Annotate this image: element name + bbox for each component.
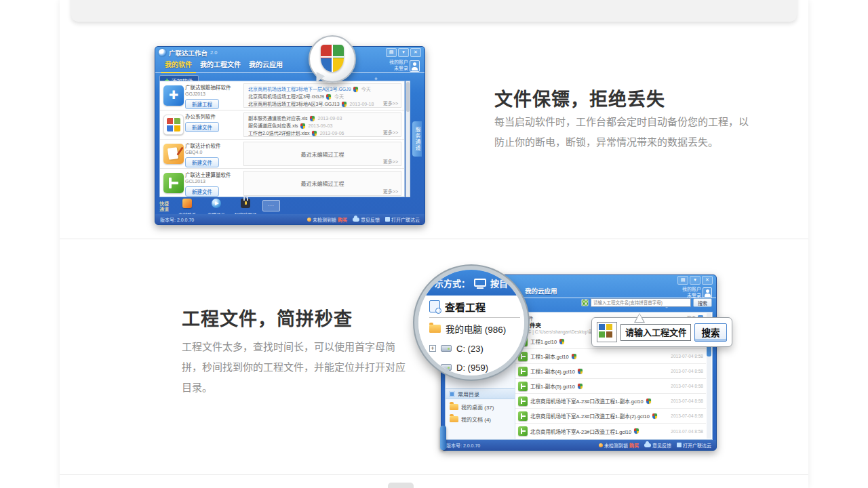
open-cloud-link[interactable]: 打开广联达云 [385,216,420,223]
new-project-button[interactable]: 新建工程 [185,99,219,109]
lock-status[interactable]: 未检测到锁购买 [599,442,639,449]
recent-files-panel: 北京商用机场远场工程3标地下一层A区3号.GGJ9今天 北京商用机场远场工程2区… [243,83,401,108]
dongle-driver-icon[interactable] [241,199,250,208]
shield-icon [578,384,583,389]
skin-button[interactable] [386,48,397,57]
gcl-file-icon [518,367,528,376]
empty-hint: 最近未编辑过工程 [301,150,344,158]
file-row[interactable]: 北京商用机场地下室A-23#口改造工程1-副本.gcl102013-07-04 … [515,394,706,409]
file-row[interactable]: 北京商用机场地下室A-23#口改造工程1.gcl102013-07-04 8:5… [515,424,706,439]
common-directories-header[interactable]: 常用目录 [446,388,515,399]
software-list: 广联达钢筋抽样软件 GGJ2013 新建工程 北京商用机场远场工程3标地下一层A… [159,81,405,197]
sidebar-item-documents[interactable]: 我的文档 (4) [446,413,515,424]
directory-tree-zoom: 查看工程 我的电脑 (986) C: (23) D: (959) [418,296,524,375]
view-projects-item[interactable]: 查看工程 [429,296,520,318]
recent-file[interactable]: 北京商用机场远场工程3标地A区3号.GGJ132013-09-18 [248,100,397,108]
shield-icon [353,87,358,92]
minimize-button[interactable] [690,276,701,285]
magnifier-lens: 示方式： 按目 查看工程 我的电脑 (986) C: (23) D: (959) [414,266,528,380]
scrollbar-thumb[interactable] [406,82,410,112]
sidebar-item-desktop[interactable]: 我的桌面 (37) [446,401,515,412]
shield-icon [312,131,317,136]
lock-status[interactable]: 未检测到锁购买 [307,216,347,223]
account-info[interactable]: 我的账户 未登录 [682,287,701,298]
section-divider-2 [60,474,808,475]
close-button[interactable] [702,276,713,285]
display-mode-value[interactable]: 按目 [490,277,508,289]
new-file-button[interactable]: 新建文件 [185,186,219,197]
gbq-app-icon[interactable] [163,144,184,164]
magnifier-handle [440,426,446,450]
app-name: 广联达土建算量软件 [185,172,241,178]
more-link[interactable]: 更多>> [383,129,398,136]
project-search-input[interactable] [591,298,691,307]
more-link[interactable]: 更多>> [383,188,398,195]
open-cloud-link[interactable]: 打开广联达云 [677,442,711,449]
close-button[interactable] [410,48,421,57]
tab-my-project-files[interactable]: 我的工程文件 [196,57,245,72]
tree-item-drive-c[interactable]: C: (23) [429,339,524,358]
shield-icon [326,94,331,100]
feedback-link[interactable]: 意见反馈 [353,216,380,223]
empty-hint: 最近未编辑过工程 [301,180,344,187]
feature-title-search: 工程文件，简拼秒查 [182,304,353,331]
quickbar-more-button[interactable]: ... [262,200,280,211]
app-name: 广联达计价软件 [185,143,241,149]
buy-link[interactable]: 购买 [629,442,639,449]
app-name: 办公系列软件 [185,114,241,120]
feature-title-backup: 文件保镖，拒绝丢失 [494,85,665,111]
more-link[interactable]: 更多>> [383,158,398,165]
shield-icon [310,116,315,121]
new-file-button[interactable]: 新建文件 [185,157,219,167]
tab-my-cloud-apps[interactable]: 我的云应用 [245,57,287,72]
file-row[interactable]: 北京商用机场地下室A-23#口改造工程1-副本(2).gcl102013-07-… [515,409,706,424]
backup-shield-bubble [309,35,356,83]
app-version: GBQ4.0 [185,149,241,155]
recent-file[interactable]: 工作台2.0迭代2详细计划.xlsx2013-09-06 [248,129,397,137]
recent-file[interactable]: 服务通道底色对应表.xls2013-09-03 [248,122,397,129]
search-button-large[interactable]: 搜索 [694,323,727,342]
skin-button[interactable] [677,276,688,285]
gcl-app-icon[interactable] [163,173,184,193]
account-info[interactable]: 我的账户 未登录 [389,60,408,71]
feature-body-backup: 每当启动软件时，工作台都会定时自动备份您的工程，以防止你的断电，断锁，异常情况带… [494,112,749,152]
shield-icon [578,369,583,374]
tree-item-computer[interactable]: 我的电脑 (986) [429,318,524,339]
user-avatar-icon[interactable] [703,287,712,298]
recent-files-panel: 副本服务通道底色对应表.xls2013-09-03 服务通道底色对应表.xls2… [243,113,401,137]
computer-folder-icon [429,325,441,333]
search-button[interactable]: 搜索 [693,298,712,307]
buy-link[interactable]: 购买 [338,216,347,223]
material-assistant-icon[interactable] [182,199,192,208]
recent-file[interactable]: 北京商用机场远场工程2区3号.GGJ9今天 [248,93,397,100]
recent-file[interactable]: 北京商用机场远场工程3标地下一层A区3号.GGJ9今天 [248,85,397,93]
file-row[interactable]: 工程1-副本.gcl102013-07-04 8:58 [515,349,706,364]
ggj-app-icon[interactable] [163,85,184,106]
monitor-icon [474,279,486,287]
recent-file[interactable]: 副本服务通道底色对应表.xls2013-09-03 [248,115,397,122]
file-row[interactable]: 工程1-副本(4).gcl102013-07-04 8:58 [515,364,706,379]
gcl-file-icon [518,411,528,421]
project-file-list: 工程1.gcl102013-07-04 8:58 工程1-副本.gcl10201… [515,334,706,439]
feedback-link[interactable]: 意见反馈 [644,442,671,449]
glodon-cloud-icon[interactable] [212,199,221,208]
minimize-button[interactable] [398,48,409,57]
user-avatar-icon[interactable] [410,60,420,72]
new-file-button[interactable]: 新建文件 [185,122,219,132]
recent-files-panel: 最近未编辑过工程 更多>> [243,142,401,166]
software-row-ggj: 广联达钢筋抽样软件 GGJ2013 新建工程 北京商用机场远场工程3标地下一层A… [160,81,404,110]
expand-icon[interactable] [429,345,436,352]
gcl-file-icon [518,396,528,406]
more-link[interactable]: 更多>> [383,100,398,106]
service-channel-tab[interactable]: 服务通道 [412,121,422,157]
tab-my-software[interactable]: 我的软件 [161,57,196,73]
next-section-edge [388,483,414,488]
file-row[interactable]: 工程1-副本(5).gcl102013-07-04 8:58 [515,379,706,394]
feature-body-search: 工程文件太多，查找时间长，可以使用首字母简拼，秒间找到你的工程文件，并能定位并打… [182,337,407,398]
recent-files-panel: 最近未编辑过工程 更多>> [243,171,401,196]
scrollbar[interactable] [406,81,410,197]
project-name-input[interactable] [620,324,691,341]
grid-icon[interactable] [581,299,589,306]
office-app-icon[interactable] [163,115,184,135]
tab-my-cloud-apps[interactable]: 我的云应用 [522,285,560,298]
